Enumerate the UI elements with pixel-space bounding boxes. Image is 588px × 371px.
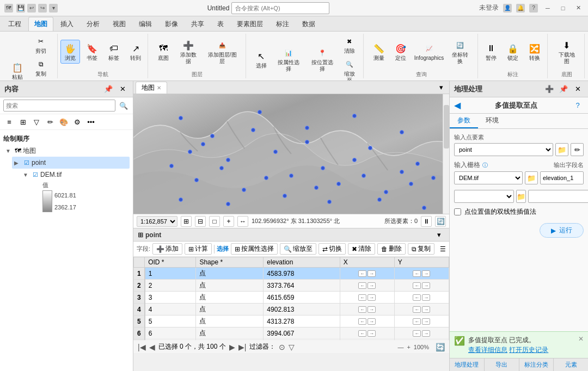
input-point-folder-icon[interactable]: 📁 <box>555 143 568 156</box>
zoom-to-btn[interactable]: 🔍 缩放至 <box>280 243 316 255</box>
map-point[interactable] <box>188 150 192 154</box>
map-point[interactable] <box>179 197 183 202</box>
table-row[interactable]: 5 5 点 4313.278 ←→ ←→ <box>134 316 449 327</box>
open-history-link[interactable]: 打开历史记录 <box>509 346 548 354</box>
refresh-map-button[interactable]: 🔄 <box>435 216 446 227</box>
view-details-link[interactable]: 查看详细信息 <box>468 346 507 354</box>
map-point[interactable] <box>201 142 205 146</box>
footer-close-icon[interactable]: ✕ <box>578 335 584 343</box>
prev-page-icon[interactable]: ◀ <box>149 343 155 351</box>
table-icon[interactable]: ⊞ <box>17 116 29 128</box>
table-row[interactable]: 1 1 点 4583.978 ←→ ←→ <box>134 268 449 280</box>
sidebar-search-input[interactable] <box>3 100 115 112</box>
lock-button[interactable]: 🔒 锁定 <box>503 40 523 64</box>
map-point[interactable] <box>422 206 426 210</box>
cut-button[interactable]: ✂ 剪切 <box>29 34 53 55</box>
tab-feature-layer[interactable]: 要素图层 <box>231 17 269 31</box>
y-zoom-btn[interactable]: ← <box>413 282 421 289</box>
tab-imagery[interactable]: 影像 <box>159 17 184 31</box>
scroll-thumb[interactable] <box>444 105 449 149</box>
raster-folder-icon[interactable]: 📁 <box>525 171 538 184</box>
pause-map-button[interactable]: ⏸ <box>421 216 432 227</box>
y-edit-btn[interactable]: → <box>422 282 430 289</box>
y-zoom-btn[interactable]: ← <box>413 294 421 301</box>
filter-icon[interactable]: ▽ <box>30 116 42 128</box>
bilinear-checkbox[interactable] <box>454 208 461 215</box>
minimize-button[interactable]: ─ <box>542 3 553 14</box>
save-icon[interactable]: 💾 <box>16 4 25 13</box>
scale-selector[interactable]: 1:162,857 <box>137 216 177 227</box>
input-point-select[interactable]: point <box>454 143 553 156</box>
extra-folder-icon[interactable]: 📁 <box>516 190 526 203</box>
map-menu-icon[interactable]: ▾ <box>435 82 447 94</box>
map-point[interactable] <box>400 170 404 174</box>
layer-list-icon[interactable]: ≡ <box>3 116 15 128</box>
map-point[interactable] <box>264 176 268 180</box>
map-tab-close-icon[interactable]: ✕ <box>157 85 161 91</box>
label-button[interactable]: 🏷 标签 <box>104 40 124 64</box>
rp-close-icon[interactable]: ✕ <box>572 83 584 95</box>
map-point[interactable] <box>336 182 341 186</box>
copy-path-button[interactable]: 🗂 复制路径 <box>29 79 53 81</box>
bilinear-checkbox-label[interactable]: 点位置值的双线性插值法 <box>454 207 584 217</box>
tab-analysis[interactable]: 分析 <box>81 17 106 31</box>
filter-icon2[interactable]: ▽ <box>289 343 295 351</box>
map-point[interactable] <box>321 166 325 170</box>
zoom-to-selection-button[interactable]: 🔍 缩放至 <box>340 57 359 81</box>
y-edit-btn[interactable]: → <box>422 294 430 301</box>
table-row[interactable]: 4 4 点 4902.813 ←→ ←→ <box>134 304 449 316</box>
tree-item-dem[interactable]: ▼ ☑ DEM.tif <box>21 169 130 181</box>
copy-button[interactable]: ⧉ 复制 <box>29 57 53 78</box>
map-point[interactable] <box>415 162 420 166</box>
rp-help-icon[interactable]: ? <box>572 100 584 112</box>
extra-field-input[interactable] <box>528 190 588 203</box>
pin-icon[interactable]: 📌 <box>102 83 114 95</box>
attr-table-menu-icon[interactable]: ▾ <box>433 229 445 241</box>
zoom-out-button[interactable]: ⊟ <box>195 216 206 227</box>
paste-button[interactable]: 📋 粘贴 <box>8 59 27 81</box>
table-row[interactable]: 2 2 点 3373.764 ←→ ←→ <box>134 280 449 292</box>
map-point[interactable] <box>179 116 183 120</box>
user-avatar[interactable]: 👤 <box>503 4 512 13</box>
first-page-icon[interactable]: |◀ <box>138 343 146 351</box>
select-button[interactable]: ↖ 选择 <box>252 47 271 71</box>
switch-btn[interactable]: ⇄ 切换 <box>318 243 346 255</box>
delete-btn[interactable]: 🗑 删除 <box>377 243 406 255</box>
map-point[interactable] <box>352 158 357 162</box>
coord-convert-button[interactable]: 🔄 坐标转换 <box>448 36 473 67</box>
x-edit-btn[interactable]: → <box>367 330 376 337</box>
y-edit-btn[interactable]: → <box>422 330 430 337</box>
x-edit-btn[interactable]: → <box>367 318 376 325</box>
basemap-button[interactable]: 🗺 底图 <box>154 40 173 64</box>
x-zoom-btn[interactable]: ← <box>358 294 366 301</box>
tree-item-map[interactable]: ▼ 🗺 地图 <box>3 145 130 157</box>
bottom-tab-geoprocessing[interactable]: 地理处理 <box>450 358 485 371</box>
bookmark-button[interactable]: 🔖 书签 <box>82 40 102 64</box>
style-icon[interactable]: 🎨 <box>58 116 70 128</box>
y-zoom-btn[interactable]: ← <box>413 330 421 337</box>
map-vertical-scroll[interactable] <box>443 94 449 214</box>
input-raster-select[interactable]: DEM.tif <box>454 171 523 184</box>
map-point[interactable] <box>289 174 293 178</box>
clear-btn[interactable]: ✖ 清除 <box>348 243 375 255</box>
map-point[interactable] <box>251 128 255 132</box>
x-zoom-btn[interactable]: ← <box>358 282 366 289</box>
attr-table-content[interactable]: OID * Shape * elevation X Y 1 1 点 4583.9… <box>133 257 449 340</box>
infographics-button[interactable]: 📈 Infographics <box>413 40 445 64</box>
select-by-attr-btn[interactable]: ⊞ 按属性选择 <box>231 243 278 255</box>
measure-button[interactable]: 📏 测量 <box>369 40 389 64</box>
copy-btn[interactable]: ⧉ 复制 <box>408 243 434 255</box>
map-point[interactable] <box>400 130 404 134</box>
y-edit-btn[interactable]: → <box>422 318 430 325</box>
notification-icon[interactable]: 🔔 <box>516 4 525 13</box>
map-point[interactable] <box>226 158 230 162</box>
bottom-tab-label-class[interactable]: 标注分类 <box>519 358 554 371</box>
goto-button[interactable]: ↗ 转到 <box>126 40 145 64</box>
bottom-tab-element[interactable]: 元素 <box>554 358 588 371</box>
map-area[interactable] <box>133 94 449 214</box>
edit-icon[interactable]: ✏ <box>44 116 56 128</box>
filter-clear-icon[interactable]: ⊙ <box>279 343 285 351</box>
map-point[interactable] <box>352 114 357 118</box>
add-data-button[interactable]: ➕ 添加数据 <box>175 36 201 67</box>
x-edit-btn[interactable]: → <box>367 282 376 289</box>
